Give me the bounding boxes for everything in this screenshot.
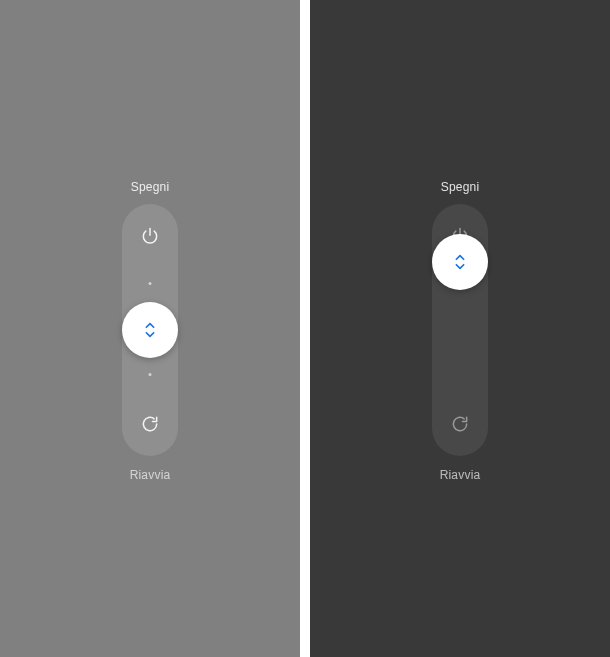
slider-knob[interactable] <box>122 302 178 358</box>
restart-label: Riavvia <box>130 468 171 482</box>
restart-icon <box>136 410 164 438</box>
power-menu-dark: Spegni <box>310 0 610 657</box>
dot <box>149 282 152 285</box>
slider-knob[interactable] <box>432 234 488 290</box>
restart-icon <box>446 410 474 438</box>
shutdown-label: Spegni <box>441 180 480 194</box>
pane-divider <box>300 0 310 657</box>
dot <box>149 373 152 376</box>
restart-label: Riavvia <box>440 468 481 482</box>
power-slider-track[interactable] <box>432 204 488 456</box>
drag-handle-icon <box>449 251 471 273</box>
drag-handle-icon <box>139 319 161 341</box>
power-menu: Spegni <box>400 180 520 482</box>
track-dots <box>459 282 462 376</box>
power-menu-light: Spegni <box>0 0 300 657</box>
power-icon <box>136 222 164 250</box>
power-slider-track[interactable] <box>122 204 178 456</box>
dot <box>459 373 462 376</box>
power-menu: Spegni <box>90 180 210 482</box>
shutdown-label: Spegni <box>131 180 170 194</box>
